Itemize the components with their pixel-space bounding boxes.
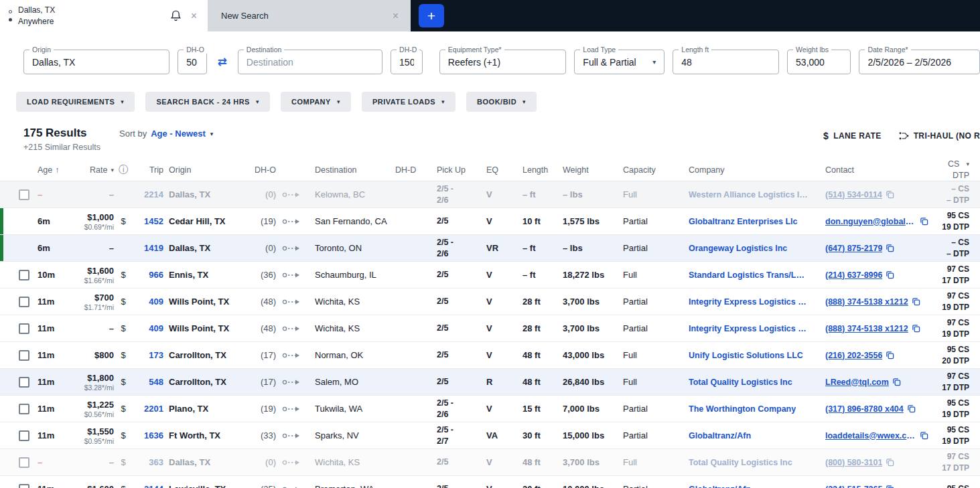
rate-dollar-icon[interactable]: $ [121,350,125,360]
trip-link[interactable]: 2214 [144,189,163,199]
row-checkbox[interactable] [19,323,29,334]
col-header-cs-dtp[interactable]: CS▾ DTP [928,159,980,181]
contact-link[interactable]: loaddetails@wwex.com [825,431,916,440]
table-row[interactable]: 6m – $ 1419 Dallas, TX (0) Toronto, ON 2… [0,235,980,262]
company-link[interactable]: Integrity Express Logistics LLC [689,297,808,307]
copy-icon[interactable] [907,404,916,413]
company-link[interactable]: Total Quality Logistics Inc [689,458,792,467]
col-header-trip[interactable]: Trip [133,159,163,181]
rate-dollar-icon[interactable]: $ [121,297,125,307]
table-row[interactable]: 11m $1,225 $0.56*/mi $ 2201 Plano, TX (1… [0,396,980,422]
filter-search-back[interactable]: SEARCH BACK - 24 HRS▾ [145,92,270,112]
copy-icon[interactable] [912,297,920,306]
col-header-info[interactable]: ⓘ [114,159,133,181]
company-link[interactable]: Globaltranz/Afn [689,485,751,488]
add-tab-button[interactable]: + [419,4,444,27]
trip-link[interactable]: 2144 [144,484,163,488]
equipment-type-field[interactable]: Equipment Type* Reefers (+1) [439,50,566,74]
weight-input[interactable] [796,57,842,68]
rate-dollar-icon[interactable]: $ [121,216,125,226]
row-checkbox[interactable] [19,297,29,307]
contact-link[interactable]: (317) 896-8780 x404 [825,404,904,414]
table-row[interactable]: 10m $1,600 $1.66*/mi $ 966 Ennis, TX (36… [0,262,980,289]
table-row[interactable]: 6m $1,000 $0.69*/mi $ 1452 Cedar Hill, T… [0,208,980,235]
company-link[interactable]: Standard Logistics Trans/Lo… [689,270,808,280]
trip-link[interactable]: 966 [149,270,163,280]
dh-destination-field[interactable]: DH-D [391,50,423,74]
date-range-field[interactable]: Date Range* [859,50,980,74]
rate-dollar-icon[interactable]: $ [121,323,125,333]
copy-icon[interactable] [886,458,894,467]
table-row[interactable]: – – $ 2214 Dallas, TX (0) Kelowna, BC 2/… [0,181,980,208]
copy-icon[interactable] [892,378,901,386]
rate-dollar-icon[interactable]: $ [121,484,125,488]
contact-link[interactable]: (647) 875-2179 [825,244,882,253]
table-row[interactable]: 11m $1,600 $ 2144 Lewisville, TX (25) Br… [0,476,980,488]
filter-book-bid[interactable]: BOOK/BID▾ [466,92,537,112]
contact-link[interactable]: (800) 580-3101 [825,458,882,467]
contact-link[interactable]: don.nguyen@globaltranz… [825,217,916,226]
dh-origin-field[interactable]: DH-O [178,50,207,74]
contact-link[interactable]: (888) 374-5138 x1212 [825,324,908,333]
table-row[interactable]: 11m $800 $ 173 Carrollton, TX (17) Norma… [0,342,980,369]
filter-load-requirements[interactable]: LOAD REQUIREMENTS▾ [16,92,135,112]
company-link[interactable]: Integrity Express Logistics LLC [689,324,808,333]
dh-destination-input[interactable] [399,57,414,68]
col-header-dh-o[interactable]: DH-O [251,159,276,181]
sort-control[interactable]: Sort by Age - Newest ▾ [119,129,213,139]
weight-field[interactable]: Weight lbs [787,50,851,74]
col-header-origin[interactable]: Origin [163,159,251,181]
contact-link[interactable]: (216) 202-3556 [825,351,882,360]
company-link[interactable]: Total Quality Logistics Inc [689,378,792,387]
contact-link[interactable]: (888) 374-5138 x1212 [825,297,908,307]
trip-link[interactable]: 1419 [144,243,163,253]
contact-link[interactable]: (514) 534-0114 [825,190,882,199]
destination-input[interactable] [247,57,374,68]
table-row[interactable]: 11m $1,800 $3.28*/mi $ 548 Carrollton, T… [0,369,980,396]
length-input[interactable] [681,57,770,68]
company-link[interactable]: The Worthington Company [689,404,796,414]
copy-icon[interactable] [886,190,894,199]
trip-link[interactable]: 409 [149,297,163,307]
load-type-select[interactable]: Load Type Full & Partial ▾ [574,50,664,74]
trip-link[interactable]: 1636 [144,430,163,440]
copy-icon[interactable] [920,217,928,226]
dh-origin-input[interactable] [186,57,198,68]
row-checkbox[interactable] [19,457,29,468]
col-header-company[interactable]: Company [671,159,808,181]
col-header-dh-d[interactable]: DH-D [387,159,427,181]
rate-dollar-icon[interactable]: $ [121,270,125,280]
similar-results-link[interactable]: +215 Similar Results [23,143,100,152]
row-checkbox[interactable] [19,350,29,361]
col-header-weight[interactable]: Weight [549,159,608,181]
trip-link[interactable]: 363 [149,457,163,467]
contact-link[interactable]: (224) 515-7265 [825,485,882,488]
col-header-pickup[interactable]: Pick Up [427,159,477,181]
tab-dallas-anywhere[interactable]: Dallas, TX Anywhere × [0,0,208,31]
filter-private-loads[interactable]: PRIVATE LOADS▾ [362,92,456,112]
copy-icon[interactable] [886,270,894,279]
tri-haul-button[interactable]: TRI-HAUL (NO R [899,131,980,141]
table-row[interactable]: 11m – $ 409 Wills Point, TX (48) Wichita… [0,315,980,342]
table-row[interactable]: 11m $700 $1.71*/mi $ 409 Wills Point, TX… [0,289,980,315]
copy-icon[interactable] [912,324,920,333]
row-checkbox[interactable] [19,377,29,388]
row-checkbox[interactable] [19,404,29,414]
table-row[interactable]: 11m $1,550 $0.95*/mi $ 1636 Ft Worth, TX… [0,422,980,449]
destination-field[interactable]: Destination [238,50,382,74]
company-link[interactable]: Unify Logistic Solutions LLC [689,351,803,360]
origin-input[interactable] [32,57,161,68]
rate-dollar-icon[interactable]: $ [121,404,125,414]
origin-field[interactable]: Origin [23,50,169,74]
lane-rate-button[interactable]: $ LANE RATE [823,131,882,141]
close-icon[interactable]: × [390,10,401,22]
contact-link[interactable]: LReed@tql.com [825,378,889,387]
copy-icon[interactable] [886,351,894,359]
col-header-contact[interactable]: Contact [808,159,928,181]
filter-company[interactable]: COMPANY▾ [281,92,351,112]
copy-icon[interactable] [886,485,894,488]
contact-link[interactable]: (214) 637-8996 [825,270,882,280]
col-header-age[interactable]: Age↑ [38,159,75,181]
alarm-bell-icon[interactable] [169,9,182,22]
close-icon[interactable]: × [188,10,200,22]
